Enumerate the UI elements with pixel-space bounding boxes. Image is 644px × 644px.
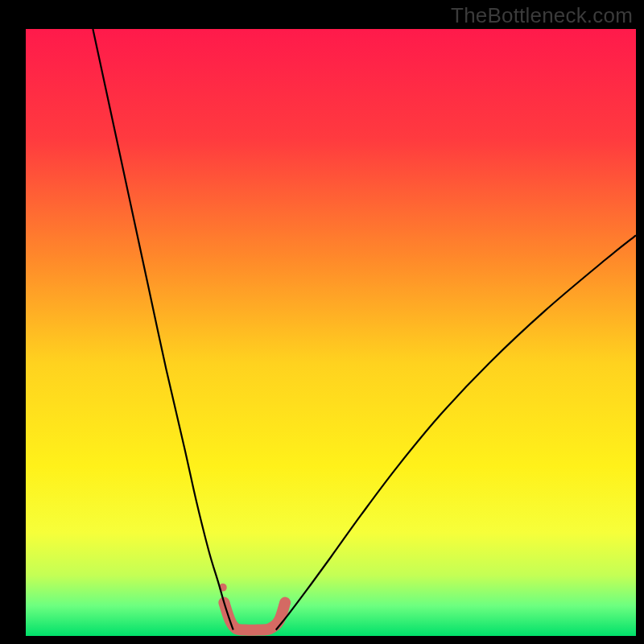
bottleneck-chart bbox=[0, 0, 644, 644]
chart-frame: TheBottleneck.com bbox=[0, 0, 644, 644]
plot-background bbox=[26, 29, 636, 636]
